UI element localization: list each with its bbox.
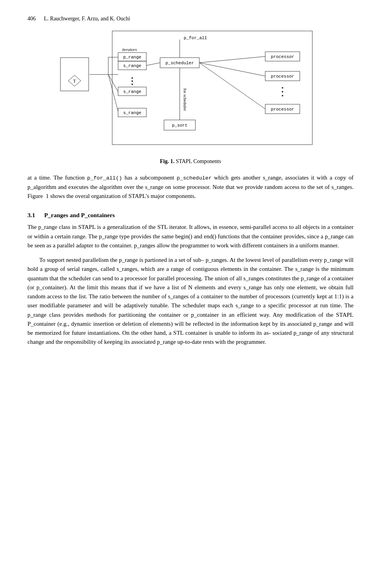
body-para-1: at a time. The function p_for_all() has … — [27, 173, 354, 201]
svg-line-18 — [146, 63, 160, 65]
diagram: T iterators p_range s_range s_range s — [53, 29, 328, 151]
svg-rect-25 — [265, 104, 300, 114]
figure-1: T iterators p_range s_range s_range s — [27, 29, 354, 165]
svg-text:s_range: s_range — [123, 89, 141, 94]
svg-text:s_range: s_range — [123, 111, 141, 115]
svg-point-14 — [131, 80, 133, 82]
svg-text:processor: processor — [271, 74, 294, 79]
svg-point-15 — [131, 83, 133, 85]
svg-text:processor: processor — [271, 54, 294, 59]
svg-text:p_for_all: p_for_all — [184, 36, 207, 40]
fig-caption-text: STAPL Components — [175, 158, 221, 164]
diagram-svg: T iterators p_range s_range s_range s — [57, 29, 324, 151]
section-para-2: To support nested parallelism the p_rang… — [27, 256, 354, 347]
figure-caption: Fig. 1. STAPL Components — [160, 158, 221, 165]
section-title: P_ranges and P_containers — [44, 212, 115, 218]
svg-rect-0 — [112, 31, 312, 145]
svg-line-31 — [199, 63, 265, 76]
svg-text:T: T — [73, 78, 76, 84]
code-p_scheduler: p_scheduler — [177, 175, 211, 181]
svg-text:iterators: iterators — [122, 47, 137, 52]
page-number: 406 — [27, 16, 36, 22]
svg-line-30 — [199, 56, 265, 63]
svg-rect-9 — [118, 87, 146, 96]
svg-rect-21 — [265, 52, 300, 61]
section-heading-3-1: 3.1 P_ranges and P_containers — [27, 212, 354, 219]
svg-rect-16 — [160, 58, 199, 68]
svg-rect-11 — [118, 108, 146, 117]
svg-rect-23 — [265, 71, 300, 81]
svg-marker-2 — [68, 75, 81, 86]
svg-text:processor: processor — [271, 107, 294, 112]
code-p_for_all: p_for_all() — [87, 175, 122, 181]
svg-rect-5 — [118, 53, 146, 61]
page-header: 406 L. Rauchwerger, F. Arzu, and K. Ouch… — [27, 16, 354, 22]
section-para-1: The p_range class in STAPL is a generali… — [27, 223, 354, 250]
diagram-inner: T iterators p_range s_range s_range s — [57, 29, 324, 151]
svg-text:p_sort: p_sort — [172, 123, 188, 128]
svg-rect-35 — [164, 120, 195, 130]
svg-text:p_scheduler: p_scheduler — [165, 61, 194, 65]
section-number: 3.1 — [27, 212, 35, 218]
svg-text:for scheduler: for scheduler — [183, 88, 188, 111]
svg-text:p_range: p_range — [123, 55, 141, 60]
fig-caption-bold: Fig. 1. — [160, 158, 175, 164]
svg-point-27 — [282, 87, 283, 89]
svg-point-29 — [282, 95, 283, 96]
svg-text:s_range: s_range — [123, 64, 141, 68]
svg-point-13 — [131, 77, 133, 79]
page-authors: L. Rauchwerger, F. Arzu, and K. Ouchi — [44, 16, 130, 22]
svg-rect-1 — [60, 58, 89, 91]
svg-point-28 — [282, 91, 283, 93]
svg-rect-7 — [118, 61, 146, 70]
svg-line-32 — [199, 63, 265, 109]
